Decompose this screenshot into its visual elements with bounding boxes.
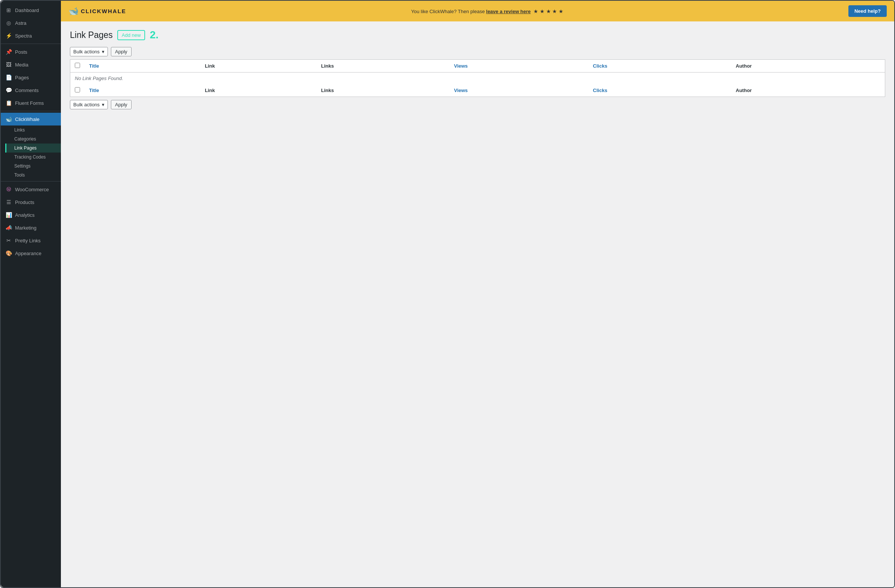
header-author: Author xyxy=(731,60,885,73)
sidebar-item-pretty-links[interactable]: ✂ Pretty Links xyxy=(1,234,61,247)
step-badge-2: 2. xyxy=(150,29,158,41)
spectra-icon: ⚡ xyxy=(5,32,12,39)
sidebar-item-appearance[interactable]: 🎨 Appearance xyxy=(1,247,61,260)
need-help-button[interactable]: Need help? xyxy=(848,5,887,17)
header-links: Links xyxy=(317,60,449,73)
sidebar-sub-item-links[interactable]: Links xyxy=(5,126,61,135)
media-icon: 🖼 xyxy=(5,61,12,68)
apply-button-bottom[interactable]: Apply xyxy=(111,100,132,109)
sidebar-item-posts[interactable]: 📌 Posts xyxy=(1,45,61,58)
select-all-checkbox-footer[interactable] xyxy=(75,87,80,92)
footer-views[interactable]: Views xyxy=(449,84,589,97)
review-link[interactable]: leave a review here xyxy=(486,9,531,14)
sidebar-item-comments[interactable]: 💬 Comments xyxy=(1,84,61,97)
sidebar: ⊞ Dashboard ◎ Astra ⚡ Spectra 📌 Posts 🖼 … xyxy=(1,1,61,587)
page-header: Link Pages Add new 2. xyxy=(70,29,885,41)
no-items-row: No Link Pages Found. xyxy=(70,73,885,85)
table-header-row: Title Link Links Views Clicks Author xyxy=(70,60,885,73)
astra-icon: ◎ xyxy=(5,20,12,26)
bottom-table-toolbar: Bulk actions ▾ Apply xyxy=(70,100,885,109)
whale-logo-icon: 🐋 xyxy=(68,6,79,16)
products-icon: ☰ xyxy=(5,199,12,206)
star-1: ★ xyxy=(533,8,538,14)
woocommerce-icon: Ⓦ xyxy=(5,186,12,193)
star-3: ★ xyxy=(546,8,551,14)
sidebar-separator-3 xyxy=(1,181,61,182)
main-wrapper: 🐋 CLICKWHALE You like ClickWhale? Then p… xyxy=(61,1,894,587)
fluent-forms-icon: 📋 xyxy=(5,100,12,106)
sidebar-sub-item-categories[interactable]: Categories xyxy=(5,135,61,144)
pretty-links-icon: ✂ xyxy=(5,237,12,244)
sidebar-sub-item-settings[interactable]: Settings xyxy=(5,162,61,171)
sidebar-item-astra[interactable]: ◎ Astra xyxy=(1,17,61,29)
no-items-message: No Link Pages Found. xyxy=(70,73,885,85)
bulk-actions-dropdown-top[interactable]: Bulk actions ▾ xyxy=(70,47,108,56)
marketing-icon: 📣 xyxy=(5,224,12,231)
header-clicks[interactable]: Clicks xyxy=(588,60,731,73)
top-banner: 🐋 CLICKWHALE You like ClickWhale? Then p… xyxy=(61,1,894,21)
top-table-toolbar: Bulk actions ▾ Apply xyxy=(70,47,885,56)
page-title: Link Pages xyxy=(70,30,113,40)
header-link: Link xyxy=(200,60,317,73)
sidebar-sub-item-link-pages[interactable]: Link Pages xyxy=(5,144,61,153)
banner-message: You like ClickWhale? Then please leave a… xyxy=(411,8,563,14)
pages-icon: 📄 xyxy=(5,74,12,81)
dropdown-chevron-bottom: ▾ xyxy=(102,102,105,108)
sidebar-separator-1 xyxy=(1,44,61,44)
sidebar-sub-item-tracking-codes[interactable]: Tracking Codes xyxy=(5,153,61,162)
star-5: ★ xyxy=(558,8,563,14)
header-views[interactable]: Views xyxy=(449,60,589,73)
table-footer-row: Title Link Links Views Clicks Author xyxy=(70,84,885,97)
sidebar-item-media[interactable]: 🖼 Media xyxy=(1,58,61,71)
sidebar-sub-item-tools[interactable]: Tools xyxy=(5,171,61,180)
footer-checkbox-col xyxy=(70,84,85,97)
dropdown-chevron-top: ▾ xyxy=(102,49,105,55)
dashboard-icon: ⊞ xyxy=(5,7,12,14)
star-2: ★ xyxy=(540,8,545,14)
stars: ★ ★ ★ ★ ★ xyxy=(533,9,563,14)
content-area: Link Pages Add new 2. Bulk actions ▾ App… xyxy=(61,21,894,587)
sidebar-item-dashboard[interactable]: ⊞ Dashboard xyxy=(1,4,61,17)
appearance-icon: 🎨 xyxy=(5,250,12,257)
sidebar-separator-2 xyxy=(1,111,61,111)
clickwhale-icon: 🐋 xyxy=(5,116,12,123)
link-pages-table: Title Link Links Views Clicks Author No … xyxy=(70,59,885,97)
clickwhale-submenu: Links Categories Link Pages Tracking Cod… xyxy=(1,126,61,180)
sidebar-item-spectra[interactable]: ⚡ Spectra xyxy=(1,29,61,42)
clickwhale-logo: 🐋 CLICKWHALE xyxy=(68,6,126,16)
sidebar-item-woocommerce[interactable]: Ⓦ WooCommerce xyxy=(1,183,61,196)
sidebar-item-pages[interactable]: 📄 Pages xyxy=(1,71,61,84)
sidebar-item-marketing[interactable]: 📣 Marketing xyxy=(1,221,61,234)
footer-title[interactable]: Title xyxy=(85,84,200,97)
footer-links: Links xyxy=(317,84,449,97)
sidebar-item-products[interactable]: ☰ Products xyxy=(1,196,61,209)
sidebar-item-clickwhale[interactable]: 🐋 ClickWhale xyxy=(1,113,61,126)
header-checkbox-col xyxy=(70,60,85,73)
header-title[interactable]: Title xyxy=(85,60,200,73)
select-all-checkbox[interactable] xyxy=(75,63,80,68)
footer-author: Author xyxy=(731,84,885,97)
posts-icon: 📌 xyxy=(5,48,12,55)
bulk-actions-dropdown-bottom[interactable]: Bulk actions ▾ xyxy=(70,100,108,109)
apply-button-top[interactable]: Apply xyxy=(111,47,132,56)
star-4: ★ xyxy=(552,8,557,14)
sidebar-item-analytics[interactable]: 📊 Analytics xyxy=(1,209,61,221)
sidebar-item-fluent-forms[interactable]: 📋 Fluent Forms xyxy=(1,97,61,109)
comments-icon: 💬 xyxy=(5,87,12,94)
footer-clicks[interactable]: Clicks xyxy=(588,84,731,97)
analytics-icon: 📊 xyxy=(5,212,12,218)
footer-link: Link xyxy=(200,84,317,97)
add-new-button[interactable]: Add new xyxy=(117,30,146,40)
